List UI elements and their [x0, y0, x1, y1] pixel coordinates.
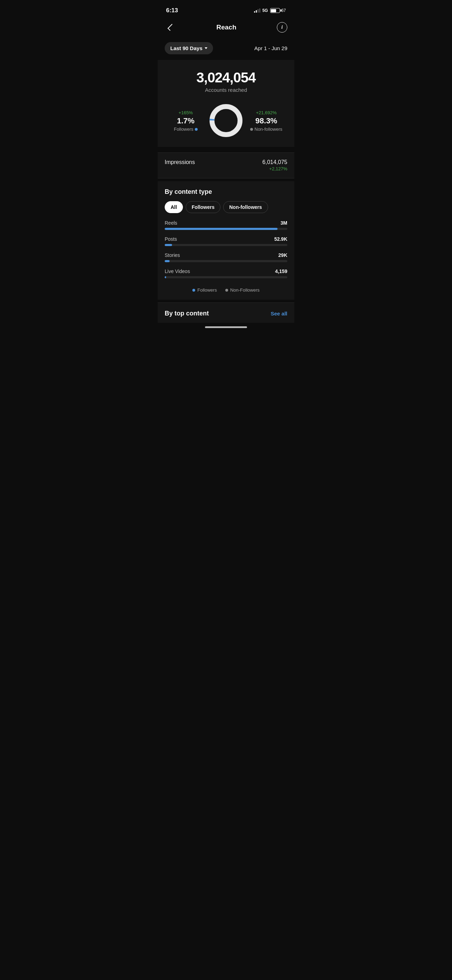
battery-percent: 67 — [282, 8, 286, 13]
date-filter-button[interactable]: Last 90 Days — [165, 42, 213, 54]
stories-value: 29K — [278, 252, 287, 258]
non-followers-label: Non-followers — [249, 127, 284, 132]
followers-dot — [195, 128, 197, 131]
live-videos-bar-row: Live Videos 4,159 — [165, 269, 287, 278]
info-button[interactable]: i — [277, 22, 287, 33]
date-range-text: Apr 1 - Jun 29 — [255, 45, 287, 51]
posts-label: Posts — [165, 236, 177, 242]
posts-bar-track — [165, 244, 287, 246]
stories-bar-row: Stories 29K — [165, 252, 287, 262]
tab-non-followers[interactable]: Non-followers — [223, 201, 268, 213]
nav-header: Reach i — [158, 19, 294, 38]
non-followers-pct: 98.3% — [249, 116, 284, 126]
stories-bar-track — [165, 260, 287, 262]
chevron-down-icon — [205, 47, 207, 49]
stories-label: Stories — [165, 252, 180, 258]
live-videos-bar-fill — [165, 276, 166, 278]
top-content-section: By top content See all — [158, 302, 294, 323]
live-videos-value: 4,159 — [275, 269, 287, 274]
impressions-row: Impressions 6,014,075 +2,127% — [158, 153, 294, 178]
top-content-title: By top content — [165, 310, 209, 317]
status-time: 6:13 — [166, 7, 178, 14]
live-videos-label: Live Videos — [165, 269, 190, 274]
tab-all[interactable]: All — [165, 201, 183, 213]
accounts-reached-number: 3,024,054 — [165, 70, 287, 86]
legend-non-followers-label: Non-Followers — [230, 287, 259, 293]
legend-non-followers-dot — [225, 289, 228, 292]
posts-bar-fill — [165, 244, 172, 246]
reels-bar-row: Reels 3M — [165, 220, 287, 230]
accounts-reached-label: Accounts reached — [165, 87, 287, 93]
legend-followers-label: Followers — [197, 287, 217, 293]
by-content-type-section: By content type All Followers Non-follow… — [158, 181, 294, 300]
legend-followers-dot — [193, 289, 195, 292]
impressions-label: Impressions — [165, 159, 195, 165]
non-followers-change: +21,692% — [256, 110, 277, 115]
impressions-values: 6,014,075 +2,127% — [263, 159, 287, 172]
live-videos-bar-track — [165, 276, 287, 278]
home-bar — [205, 326, 247, 328]
donut-chart-section: +165% 1.7% Followers +21,692% 98.3% Non-… — [165, 101, 287, 140]
reels-value: 3M — [281, 220, 287, 226]
followers-change: +165% — [179, 110, 193, 115]
tab-followers[interactable]: Followers — [186, 201, 220, 213]
status-bar: 6:13 5G 67 — [158, 0, 294, 19]
reels-bar-fill — [165, 228, 277, 230]
date-filter-row: Last 90 Days Apr 1 - Jun 29 — [158, 38, 294, 60]
signal-icon — [254, 8, 260, 13]
page-title: Reach — [216, 24, 236, 31]
status-icons: 5G 67 — [254, 8, 286, 13]
svg-point-0 — [212, 107, 240, 135]
followers-label: Followers — [168, 127, 203, 132]
posts-bar-row: Posts 52.9K — [165, 236, 287, 246]
main-stats-section: 3,024,054 Accounts reached +165% 1.7% Fo… — [158, 60, 294, 147]
battery-icon: 67 — [270, 8, 286, 13]
followers-stat: +165% 1.7% Followers — [168, 109, 203, 132]
chart-legend: Followers Non-Followers — [165, 285, 287, 293]
back-chevron-icon — [167, 24, 175, 31]
followers-pct: 1.7% — [168, 116, 203, 126]
non-followers-stat: +21,692% 98.3% Non-followers — [249, 109, 284, 132]
donut-chart — [207, 101, 245, 140]
reels-label: Reels — [165, 220, 177, 226]
home-indicator — [158, 323, 294, 330]
legend-followers: Followers — [193, 287, 217, 293]
impressions-change: +2,127% — [269, 166, 287, 172]
see-all-button[interactable]: See all — [271, 310, 287, 317]
impressions-value: 6,014,075 — [263, 159, 287, 165]
info-icon: i — [282, 24, 283, 30]
content-type-title: By content type — [165, 188, 287, 196]
content-filter-tabs: All Followers Non-followers — [165, 201, 287, 213]
date-filter-label: Last 90 Days — [170, 45, 202, 51]
network-type: 5G — [263, 8, 268, 13]
legend-non-followers: Non-Followers — [225, 287, 259, 293]
back-button[interactable] — [165, 22, 176, 33]
non-followers-dot — [250, 128, 253, 131]
reels-bar-track — [165, 228, 287, 230]
posts-value: 52.9K — [274, 236, 287, 242]
stories-bar-fill — [165, 260, 170, 262]
